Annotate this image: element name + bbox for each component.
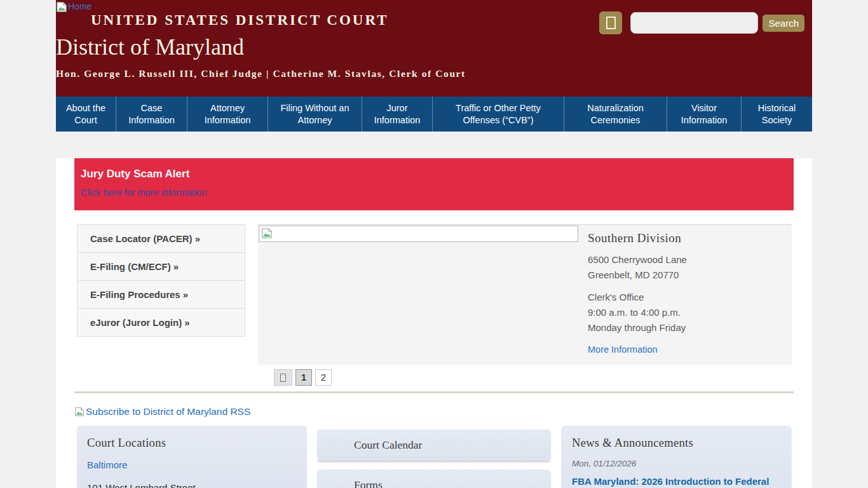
nav-item-visitor-information[interactable]: Visitor Information: [667, 97, 742, 132]
masthead: Home UNITED STATES DISTRICT COURT Distri…: [56, 0, 812, 97]
nav-item-juror-information[interactable]: Juror Information: [362, 97, 433, 132]
quick-link-efiling-procedures[interactable]: E-Filing Procedures »: [77, 280, 245, 309]
court-locations-panel: Court Locations Baltimore 101 West Lomba…: [77, 426, 307, 488]
rss-link-label: Subscribe to District of Maryland RSS: [86, 406, 250, 417]
nav-item-historical-society[interactable]: Historical Society: [742, 97, 812, 132]
division-address: 6500 Cherrywood Lane Greenbelt, MD 20770: [588, 252, 792, 283]
content-row: Case Locator (PACER) » E-Filing (CM/ECF)…: [77, 224, 792, 386]
search-icon-button[interactable]: [599, 11, 622, 34]
division-carousel: Southern Division 6500 Cherrywood Lane G…: [258, 224, 792, 365]
nav-item-case-information[interactable]: Case Information: [116, 97, 187, 132]
address-line: Greenbelt, MD 20770: [588, 268, 792, 283]
home-link[interactable]: Home: [56, 1, 92, 13]
location-address: 101 West Lombard Street: [87, 482, 297, 488]
nav-item-filing-without-attorney[interactable]: Filing Without an Attorney: [268, 97, 362, 132]
hours-line: Clerk's Office: [588, 290, 792, 305]
carousel-pagination: 1 2: [274, 369, 792, 386]
division-title: Southern Division: [588, 231, 792, 245]
carousel-column: Southern Division 6500 Cherrywood Lane G…: [258, 224, 792, 386]
pager-prev-button[interactable]: [274, 369, 292, 386]
broken-image-icon: [74, 407, 85, 417]
quick-link-pacer[interactable]: Case Locator (PACER) »: [77, 224, 245, 253]
nav-item-traffic-cvb[interactable]: Traffic or Other Petty Offenses (“CVB”): [433, 97, 564, 132]
address-line: 6500 Cherrywood Lane: [588, 252, 792, 268]
quick-links-menu: Case Locator (PACER) » E-Filing (CM/ECF)…: [77, 224, 245, 386]
nav-item-about-the-court[interactable]: About the Court: [56, 97, 116, 132]
court-locations-title: Court Locations: [87, 437, 297, 450]
division-hours: Clerk's Office 9:00 a.m. to 4:00 p.m. Mo…: [588, 290, 792, 336]
judges-tagline: Hon. George L. Russell III, Chief Judge …: [56, 68, 812, 79]
news-date: Mon, 01/12/2026: [572, 459, 781, 468]
alert-more-info-link[interactable]: Click here for more information: [81, 187, 207, 198]
search-area: Search: [599, 11, 804, 34]
forms-card[interactable]: Forms: [318, 470, 550, 488]
more-information-link[interactable]: More Information: [588, 344, 658, 355]
pager-prev-icon: [280, 374, 286, 382]
page-container: Home UNITED STATES DISTRICT COURT Distri…: [56, 0, 812, 488]
district-title: District of Maryland: [56, 34, 812, 60]
section-divider: [74, 391, 794, 393]
search-button[interactable]: Search: [763, 15, 804, 32]
main-nav: About the Court Case Information Attorne…: [56, 97, 812, 132]
search-input[interactable]: [630, 12, 758, 34]
court-calendar-card[interactable]: Court Calendar: [318, 430, 550, 461]
quick-link-cmecf[interactable]: E-Filing (CM/ECF) »: [77, 252, 245, 281]
alert-title: Jury Duty Scam Alert: [81, 168, 787, 180]
broken-image-icon: [261, 227, 273, 239]
jury-scam-alert-banner: Jury Duty Scam Alert Click here for more…: [74, 158, 794, 210]
news-announcements-panel: News & Announcements Mon, 01/12/2026 FBA…: [561, 426, 792, 488]
hours-line: 9:00 a.m. to 4:00 p.m.: [588, 305, 792, 320]
home-link-label: Home: [68, 1, 92, 11]
bottom-panels: Court Locations Baltimore 101 West Lomba…: [77, 426, 792, 488]
broken-image-icon: [56, 1, 67, 13]
baltimore-link[interactable]: Baltimore: [87, 459, 127, 470]
main-content: Jury Duty Scam Alert Click here for more…: [56, 158, 812, 488]
rss-subscribe-link[interactable]: Subscribe to District of Maryland RSS: [74, 406, 250, 417]
division-info: Southern Division 6500 Cherrywood Lane G…: [578, 225, 792, 365]
carousel-slide-image-broken: [259, 226, 578, 242]
news-headline-link[interactable]: FBA Maryland: 2026 Introduction to Feder…: [572, 474, 781, 488]
quick-link-ejuror[interactable]: eJuror (Juror Login) »: [77, 308, 245, 337]
search-icon: [606, 17, 616, 29]
middle-cards-column: Court Calendar Forms: [318, 430, 550, 488]
pager-page-1[interactable]: 1: [295, 369, 312, 386]
hours-line: Monday through Friday: [588, 320, 792, 336]
pager-page-2[interactable]: 2: [315, 369, 332, 386]
news-title: News & Announcements: [572, 437, 781, 450]
nav-item-attorney-information[interactable]: Attorney Information: [187, 97, 268, 132]
nav-item-naturalization-ceremonies[interactable]: Naturalization Ceremonies: [564, 97, 667, 132]
